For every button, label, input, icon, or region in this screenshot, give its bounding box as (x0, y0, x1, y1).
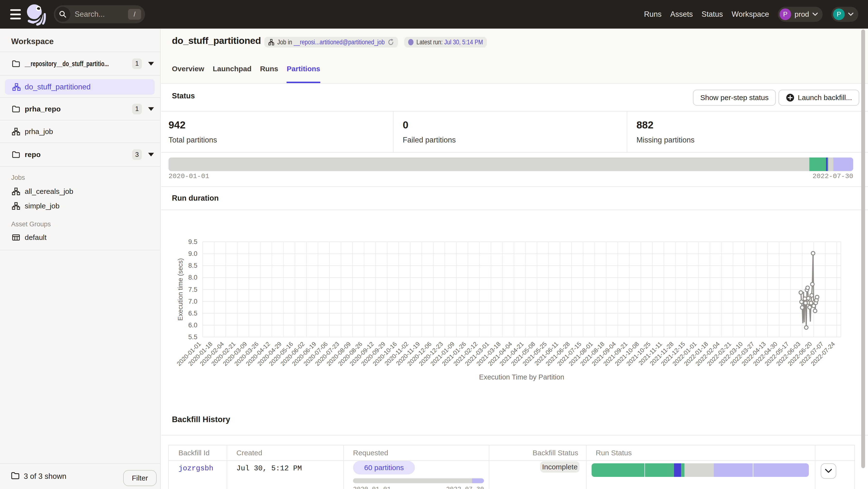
repo-count-badge: 1 (132, 58, 142, 69)
y-tick-label: 5.5 (188, 333, 197, 341)
refresh-icon[interactable] (388, 38, 394, 46)
column-header-backfill-id: Backfill Id (179, 445, 210, 460)
sidebar-repo-row-2[interactable]: prha_repo 1 (0, 98, 161, 120)
y-tick-label: 9.0 (188, 250, 197, 257)
job-name: do_stuff_partitioned (25, 83, 91, 91)
show-per-step-status-button[interactable]: Show per-step status (693, 90, 776, 106)
y-tick-label: 8.0 (188, 274, 197, 281)
sidebar-item-default-asset-group[interactable]: default (0, 230, 161, 245)
show-per-step-status-label: Show per-step status (700, 94, 769, 102)
divider (161, 152, 868, 153)
nav-link-assets[interactable]: Assets (671, 10, 693, 19)
series-point (808, 305, 811, 309)
bar-segment-queued (833, 158, 853, 171)
bar-segment-success (645, 463, 674, 477)
plus-circle-icon (786, 93, 795, 102)
tab-launchpad[interactable]: Launchpad (213, 64, 251, 83)
sidebar-item-prha-job[interactable]: prha_job (0, 121, 161, 142)
missing-partitions-label: Missing partitions (637, 136, 694, 144)
search-placeholder: Search... (75, 10, 128, 19)
nav-link-status[interactable]: Status (702, 10, 723, 19)
bar-segment-success (809, 158, 826, 171)
divider (161, 111, 868, 111)
repo-name: repo (25, 151, 41, 159)
bar-segment-requested (472, 478, 484, 483)
deployment-switcher[interactable]: P prod (778, 7, 823, 22)
sidebar-asset-groups-label: Asset Groups (11, 221, 51, 228)
tab-partitions[interactable]: Partitions (287, 64, 320, 83)
y-axis-title: Execution time (secs) (177, 258, 184, 321)
expand-row-button[interactable] (821, 463, 836, 479)
scrollbar[interactable] (861, 30, 865, 468)
job-location-tag: Job in __reposi...artitioned@partitioned… (264, 37, 398, 47)
job-location-link[interactable]: __reposi...artitioned@partitioned_job (293, 38, 384, 46)
series-point (810, 294, 813, 297)
menu-icon[interactable] (10, 9, 21, 20)
sidebar-repo-row-3[interactable]: repo 3 (0, 143, 161, 166)
divider (0, 463, 161, 464)
job-icon (12, 202, 20, 210)
failed-partitions-label: Failed partitions (403, 136, 456, 144)
dagster-logo-icon[interactable] (27, 3, 47, 26)
column-divider (227, 445, 227, 489)
tab-runs[interactable]: Runs (260, 64, 278, 83)
bar-segment-other (353, 478, 472, 483)
bar-segment-missing (168, 158, 809, 171)
y-tick-label: 7.5 (188, 286, 197, 293)
asset-group-icon (12, 233, 20, 242)
nav-link-workspace[interactable]: Workspace (732, 10, 769, 19)
user-menu[interactable]: P (831, 7, 858, 22)
sidebar-repo-row-1[interactable]: __repository__do_stuff_partitio... 1 (0, 52, 161, 75)
search-shortcut-key: / (128, 9, 141, 20)
search-input[interactable]: Search... / (54, 5, 145, 23)
divider (0, 75, 161, 75)
launch-backfill-label: Launch backfill... (798, 94, 852, 102)
partition-status-bar[interactable] (168, 158, 853, 171)
partition-bar-end-date: 2022-07-30 (812, 172, 853, 180)
sidebar-item-do-stuff-partitioned[interactable]: do_stuff_partitioned (5, 79, 155, 95)
folder-icon (11, 471, 20, 480)
column-divider (489, 445, 489, 489)
failed-partitions-value: 0 (403, 119, 408, 131)
sidebar-item-all-cereals-job[interactable]: all_cereals_job (0, 184, 161, 199)
series-point (804, 326, 808, 329)
requested-partitions-bar (353, 478, 484, 483)
bar-segment-success (592, 463, 645, 477)
filter-button[interactable]: Filter (123, 470, 157, 486)
y-tick-label: 8.5 (188, 262, 197, 269)
backfill-history-table: Backfill Id Created Requested Backfill S… (168, 445, 855, 489)
chevron-down-icon (848, 12, 854, 16)
run-status-bar[interactable] (592, 463, 809, 477)
folder-icon (12, 150, 20, 159)
series-point (811, 252, 815, 255)
requested-range-start: 2020-01-01 (353, 486, 391, 489)
column-header-created: Created (237, 445, 262, 460)
caret-down-icon[interactable] (148, 107, 154, 111)
requested-partitions-tag[interactable]: 60 partitions (353, 461, 415, 475)
backfill-history-heading: Backfill History (172, 415, 230, 424)
caret-down-icon[interactable] (148, 153, 154, 157)
y-tick-label: 7.0 (188, 298, 197, 305)
user-avatar: P (833, 8, 845, 20)
repo-count-badge: 3 (132, 149, 142, 160)
run-duration-heading: Run duration (172, 194, 219, 203)
launch-backfill-button[interactable]: Launch backfill... (778, 90, 859, 106)
chevron-down-icon (825, 469, 832, 474)
nav-link-runs[interactable]: Runs (644, 10, 661, 19)
backfill-id-link[interactable]: jozrgsbh (179, 464, 213, 472)
y-tick-label: 6.0 (188, 322, 197, 329)
y-tick-label: 9.5 (188, 238, 197, 246)
repo-name: prha_repo (25, 105, 61, 113)
repo-name: __repository__do_stuff_partitio... (25, 60, 109, 68)
tab-overview[interactable]: Overview (172, 64, 204, 83)
sidebar-item-simple-job[interactable]: simple_job (0, 198, 161, 214)
latest-run-link[interactable]: Jul 30, 5:14 PM (444, 38, 483, 46)
series-point (815, 295, 819, 299)
caret-down-icon[interactable] (148, 62, 154, 65)
top-nav: Search... / Runs Assets Status Workspace… (0, 0, 868, 29)
partition-bar-start-date: 2020-01-01 (168, 172, 209, 180)
job-icon (268, 38, 275, 46)
sidebar-title: Workspace (11, 37, 54, 46)
job-name: simple_job (25, 202, 59, 210)
run-duration-chart[interactable]: 9.59.08.58.07.57.06.56.05.52020-01-01202… (161, 210, 868, 375)
